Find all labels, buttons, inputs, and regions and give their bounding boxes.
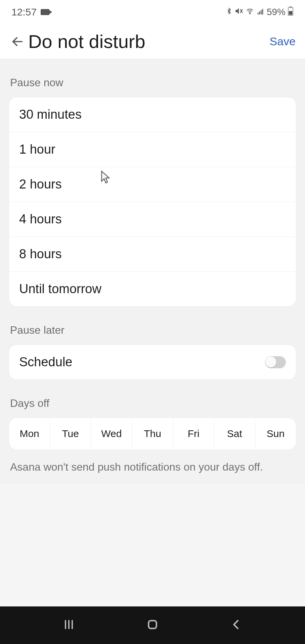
status-bar: 12:57 59% (0, 0, 305, 24)
days-off-label: Days off (0, 380, 305, 418)
back-button[interactable] (9, 34, 26, 50)
schedule-toggle[interactable] (265, 356, 286, 368)
pause-now-label: Pause now (0, 59, 305, 97)
schedule-row[interactable]: Schedule (9, 345, 296, 379)
nav-back-button[interactable] (229, 618, 243, 633)
svg-rect-4 (259, 11, 260, 14)
mute-icon (234, 7, 243, 18)
pause-option-label: 30 minutes (19, 107, 82, 122)
app-bar: Do not disturb Save (0, 24, 305, 59)
svg-rect-14 (148, 621, 156, 628)
video-icon (41, 9, 49, 15)
schedule-label: Schedule (19, 355, 72, 369)
day-sun[interactable]: Sun (255, 418, 296, 449)
recents-icon (62, 618, 76, 631)
bluetooth-icon (226, 6, 232, 18)
status-left: 12:57 (11, 6, 49, 18)
pause-later-card: Schedule (9, 344, 296, 380)
battery-icon (288, 6, 294, 18)
pause-option-4-hours[interactable]: 4 hours (9, 202, 296, 237)
day-wed[interactable]: Wed (91, 418, 132, 449)
day-sat[interactable]: Sat (214, 418, 255, 449)
home-button[interactable] (146, 618, 159, 633)
pause-option-8-hours[interactable]: 8 hours (9, 237, 296, 272)
clock-text: 12:57 (11, 6, 37, 18)
signal-icon (257, 7, 265, 17)
pause-option-label: 4 hours (19, 212, 62, 226)
arrow-left-icon (11, 35, 24, 48)
pause-option-label: Until tomorrow (19, 282, 101, 296)
battery-text: 59% (267, 7, 286, 17)
pause-option-label: 2 hours (19, 177, 62, 192)
pause-now-card: 30 minutes 1 hour 2 hours 4 hours 8 hour… (9, 97, 296, 307)
save-button[interactable]: Save (270, 35, 296, 48)
page-title: Do not disturb (28, 31, 270, 52)
day-tue[interactable]: Tue (50, 418, 91, 449)
system-nav-bar (0, 606, 305, 644)
day-thu[interactable]: Thu (132, 418, 173, 449)
svg-point-2 (250, 13, 251, 14)
day-mon[interactable]: Mon (9, 418, 50, 449)
svg-rect-6 (262, 9, 263, 14)
home-icon (146, 618, 159, 631)
toggle-knob (265, 356, 276, 368)
svg-rect-9 (289, 11, 293, 15)
pause-later-label: Pause later (0, 307, 305, 344)
pause-option-label: 8 hours (19, 247, 62, 261)
pause-option-label: 1 hour (19, 142, 55, 157)
content-area: Pause now 30 minutes 1 hour 2 hours 4 ho… (0, 59, 305, 484)
pause-option-until-tomorrow[interactable]: Until tomorrow (9, 272, 296, 306)
wifi-icon (245, 7, 255, 17)
status-right: 59% (226, 6, 294, 18)
chevron-left-icon (229, 618, 243, 631)
pause-option-30-minutes[interactable]: 30 minutes (9, 97, 296, 132)
svg-rect-5 (261, 10, 262, 14)
days-off-note: Asana won't send push notifications on y… (0, 450, 305, 484)
svg-rect-3 (258, 13, 259, 14)
recents-button[interactable] (62, 618, 76, 633)
pause-option-1-hour[interactable]: 1 hour (9, 132, 296, 167)
day-fri[interactable]: Fri (173, 418, 214, 449)
days-off-row: Mon Tue Wed Thu Fri Sat Sun (9, 418, 296, 450)
pause-option-2-hours[interactable]: 2 hours (9, 167, 296, 202)
